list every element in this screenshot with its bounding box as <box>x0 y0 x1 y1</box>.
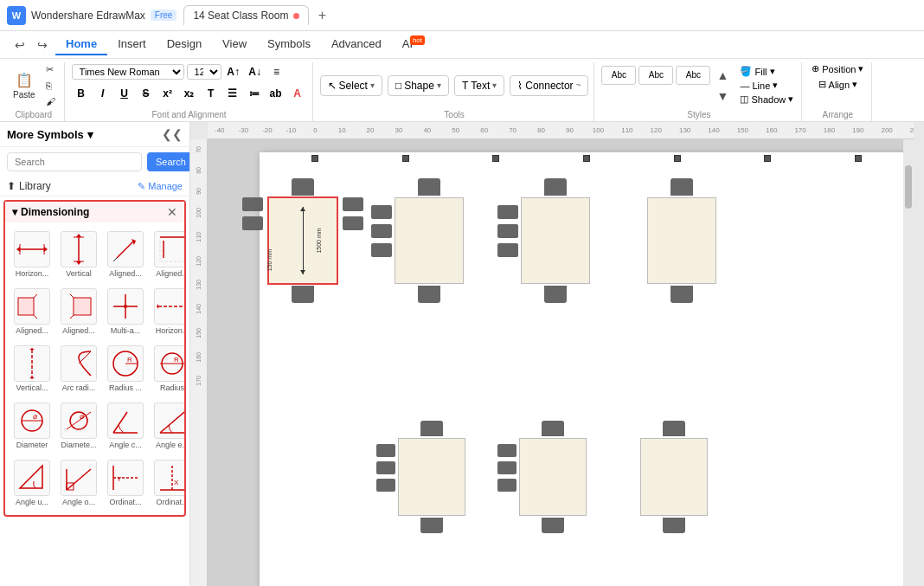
desk-unit-6[interactable] <box>519 421 587 533</box>
symbol-diameter2[interactable]: ⌀ Diamete... <box>57 399 100 453</box>
desk-unit-2[interactable] <box>395 178 464 303</box>
position-button[interactable]: ⊕ Position ▾ <box>809 62 866 75</box>
copy-button[interactable]: ⎘ <box>42 79 59 93</box>
symbol-vertical[interactable]: Vertical <box>57 228 100 281</box>
scrollbar-vertical[interactable] <box>903 139 914 586</box>
redo-button[interactable]: ↪ <box>33 35 52 55</box>
tab-view[interactable]: View <box>212 34 257 55</box>
symbol-aligned1[interactable]: Aligned... <box>104 228 147 281</box>
desk-unit-4[interactable] <box>647 178 716 303</box>
style-card-3[interactable]: Abc <box>676 66 710 85</box>
svg-line-18 <box>34 315 37 319</box>
handle-top-3[interactable] <box>492 155 499 162</box>
handle-top-6[interactable] <box>764 155 771 162</box>
align-button[interactable]: ⊟ Align ▾ <box>816 78 860 91</box>
tab-ai[interactable]: AI hot <box>392 34 423 55</box>
desk-surface-7 <box>640 438 708 516</box>
handle-top-7[interactable] <box>855 155 862 162</box>
shape-button[interactable]: □ Shape ▾ <box>388 75 449 96</box>
text-button[interactable]: T Text ▾ <box>454 75 504 96</box>
desk-unit-7[interactable] <box>640 421 708 533</box>
style-card-1[interactable]: Abc <box>601 66 636 85</box>
font-family-select[interactable]: Times New Roman <box>72 64 184 80</box>
search-button[interactable]: Search <box>147 152 190 171</box>
handle-top-4[interactable] <box>583 155 590 162</box>
fill-button[interactable]: 🪣 Fill ▾ <box>737 65 796 78</box>
symbol-aligned4[interactable]: Aligned... <box>57 285 100 338</box>
subscript-button[interactable]: x₂ <box>180 84 199 103</box>
manage-link[interactable]: ✎ Manage <box>138 181 183 192</box>
scrollbar-thumb[interactable] <box>905 165 912 209</box>
add-tab-button[interactable]: + <box>312 6 331 25</box>
paste-button[interactable]: 📋 Paste <box>9 69 40 102</box>
decrease-font-button[interactable]: A↓ <box>246 62 265 81</box>
library-label[interactable]: ⬆ Library <box>7 180 51 192</box>
handle-top-2[interactable] <box>402 155 409 162</box>
styles-scroll-down[interactable]: ▼ <box>713 87 732 106</box>
superscript-button[interactable]: x² <box>158 84 177 103</box>
symbol-angle4[interactable]: Angle o... <box>57 456 100 510</box>
increase-font-button[interactable]: A↑ <box>224 62 243 81</box>
symbol-aligned2[interactable]: Aligned... <box>151 228 184 281</box>
sidebar-collapse-button[interactable]: ❮❮ <box>162 127 183 141</box>
search-input[interactable] <box>7 152 142 171</box>
text-format-button[interactable]: T <box>202 84 221 103</box>
cut-button[interactable]: ✂ <box>42 62 59 77</box>
symbol-angle3[interactable]: Angle u... <box>10 456 54 510</box>
line-button[interactable]: — Line ▾ <box>737 79 796 92</box>
symbol-multi[interactable]: Multi-a... <box>104 285 147 338</box>
format-painter-button[interactable]: 🖌 <box>42 94 59 108</box>
fill-icon: 🪣 <box>740 66 752 77</box>
select-button[interactable]: ↖ Select ▾ <box>320 75 382 96</box>
strikethrough-button[interactable]: S <box>137 84 156 103</box>
undo-button[interactable]: ↩ <box>10 35 29 55</box>
canvas-area[interactable]: -40 -30 -20 -10 0 10 20 30 40 50 60 70 8… <box>190 122 924 586</box>
category-close-button[interactable]: ✕ <box>167 205 177 219</box>
list-button[interactable]: ☰ <box>223 84 242 103</box>
italic-button[interactable]: I <box>93 84 112 103</box>
svg-marker-29 <box>29 348 35 350</box>
bullet-button[interactable]: ≔ <box>245 84 264 103</box>
symbol-arc-radius[interactable]: Arc radi... <box>57 342 100 396</box>
symbol-horizontal[interactable]: Horizon... <box>10 228 54 281</box>
desk-unit-3[interactable] <box>521 178 590 303</box>
symbol-ordinate2[interactable]: X Ordinat... <box>151 456 184 510</box>
underline-button[interactable]: U <box>115 84 134 103</box>
font-size-select[interactable]: 12 <box>187 64 221 80</box>
category-title-row[interactable]: ▾ Dimensioning <box>12 206 89 218</box>
diagram-viewport[interactable]: 1500 mm <box>208 139 914 586</box>
symbol-diameter1[interactable]: ⌀ Diameter <box>10 399 54 453</box>
symbol-aligned3[interactable]: Aligned... <box>10 285 54 338</box>
symbol-ordinate1[interactable]: Y Ordinat... <box>104 456 147 510</box>
handle-top-5[interactable] <box>674 155 681 162</box>
symbol-horizon2[interactable]: Horizon... <box>151 285 184 338</box>
document-tab[interactable]: 14 Seat Class Room <box>183 5 309 25</box>
symbol-horizon2-label: Horizon... <box>154 326 184 335</box>
symbol-vertical2[interactable]: Vertical... <box>10 342 54 396</box>
styles-scroll-up[interactable]: ▲ <box>713 66 732 85</box>
tab-design[interactable]: Design <box>157 34 212 55</box>
connector-button[interactable]: ⌇ Connector ~ <box>510 75 588 96</box>
more-symbols-title[interactable]: More Symbols ▾ <box>7 128 93 141</box>
align-button[interactable]: ≡ <box>267 62 286 81</box>
symbol-radius1[interactable]: R Radius ... <box>104 342 147 396</box>
shadow-button[interactable]: ◫ Shadow ▾ <box>737 93 796 106</box>
style-card-2[interactable]: Abc <box>638 66 673 85</box>
symbol-angle2[interactable]: Angle e... <box>151 399 184 453</box>
symbol-aligned3-preview <box>14 288 50 325</box>
symbol-angle1-label: Angle c... <box>107 441 144 449</box>
tab-insert[interactable]: Insert <box>107 34 157 55</box>
bold-button[interactable]: B <box>72 84 91 103</box>
desk-unit-5[interactable] <box>398 421 465 533</box>
tab-advanced[interactable]: Advanced <box>321 34 392 55</box>
symbol-angle1[interactable]: Angle c... <box>104 399 147 453</box>
tab-home[interactable]: Home <box>55 34 107 55</box>
tab-title: 14 Seat Class Room <box>193 10 288 22</box>
handle-top[interactable] <box>311 155 318 162</box>
font-color-button[interactable]: A <box>288 84 307 103</box>
category-collapse-icon: ▾ <box>12 206 17 218</box>
text-case-button[interactable]: ab <box>266 84 286 103</box>
tab-symbols[interactable]: Symbols <box>257 34 321 55</box>
symbol-radius2[interactable]: R Radius <box>151 342 184 396</box>
desk-unit-1-selected[interactable]: 1500 mm <box>268 178 337 303</box>
